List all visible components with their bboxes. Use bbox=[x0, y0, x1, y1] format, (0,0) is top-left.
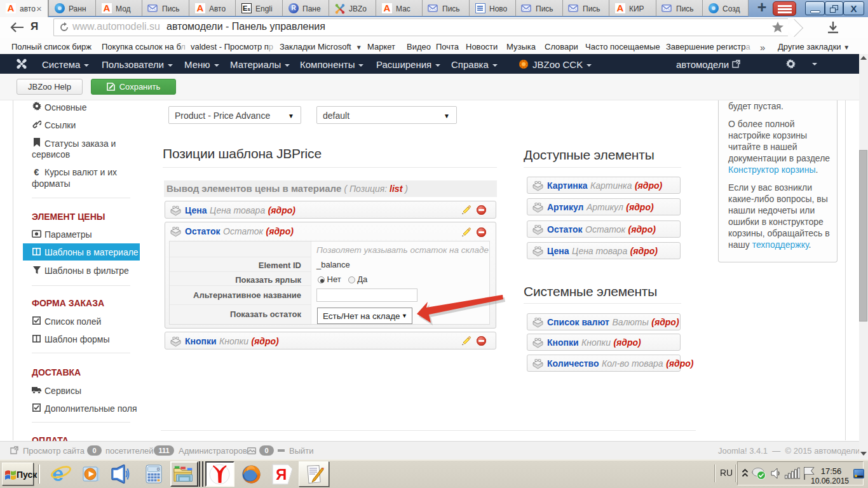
svg-text:Я: Я bbox=[276, 466, 287, 483]
svg-text:e: e bbox=[52, 463, 64, 484]
svg-text:0: 0 bbox=[157, 467, 159, 471]
